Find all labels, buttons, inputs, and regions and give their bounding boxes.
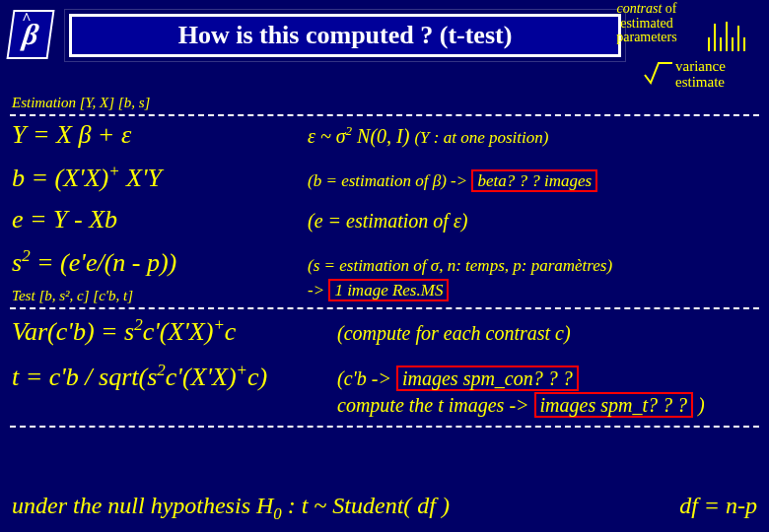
t-rhs-b: compute the t images -> xyxy=(337,394,534,416)
s-lhs: s2 = (e'e/(n - p)) xyxy=(12,246,308,278)
t-lhs-b: c'(X'X) xyxy=(166,363,237,391)
variance-annotation: variance estimate xyxy=(675,59,759,91)
model-rhs-note: (Y : at one position) xyxy=(414,128,548,147)
null-a: under the null hypothesis H xyxy=(12,493,273,518)
var-lhs-a: Var(c'b) = s xyxy=(12,317,134,346)
beta-hat-badge: ^ β xyxy=(6,10,54,59)
equation-t: t = c'b / sqrt(s2c'(X'X)+c) (c'b -> imag… xyxy=(12,361,757,392)
var-rhs: (compute for each contrast c) xyxy=(337,322,571,345)
t-rhs: (c'b -> images spm_con? ? ? xyxy=(337,367,579,390)
t-rhs-tail: ) xyxy=(698,394,705,416)
model-lhs: Y = X β + ε xyxy=(12,120,308,150)
equation-model: Y = X β + ε ε ~ σ2 N(0, I) (Y : at one p… xyxy=(12,120,757,150)
b-lhs: b = (X'X)+ X'Y xyxy=(12,162,308,193)
equation-var: Var(c'b) = s2c'(X'X)+c (compute for each… xyxy=(12,315,757,347)
estimation-section-label: Estimation [Y, X] [b, s] xyxy=(12,95,150,111)
b-plus-sup: + xyxy=(108,162,119,180)
t-lhs: t = c'b / sqrt(s2c'(X'X)+c) xyxy=(12,361,337,392)
hat-symbol: ^ xyxy=(22,10,31,28)
spike-graphic xyxy=(708,16,767,51)
variance-line1: variance xyxy=(675,58,726,74)
slide-title: How is this computed ? (t-test) xyxy=(69,14,621,57)
b-lhs-a: b = (X'X) xyxy=(12,164,108,192)
sqrt-icon xyxy=(643,57,672,87)
e-rhs: (e = estimation of ε) xyxy=(308,210,467,233)
dashed-divider-2 xyxy=(10,307,759,309)
t-rhs-line2: compute the t images -> images spm_t? ? … xyxy=(337,394,705,417)
var-lhs-b: c'(X'X) xyxy=(143,317,214,346)
model-rhs-a: ε ~ σ xyxy=(308,125,346,147)
equation-s: s2 = (e'e/(n - p)) (s = estimation of σ,… xyxy=(12,246,757,278)
resms-box: 1 image Res.MS xyxy=(328,279,449,301)
equation-b: b = (X'X)+ X'Y (b = estimation of β) -> … xyxy=(12,162,757,193)
dashed-divider-3 xyxy=(10,426,759,428)
variance-line2: estimate xyxy=(675,74,725,90)
test-section-label: Test [b, s², c] [c'b, t] xyxy=(12,288,133,304)
beta-images-box: beta? ? ? images xyxy=(471,169,597,192)
model-rhs-b: N(0, I) xyxy=(352,125,414,147)
df-formula: df = n-p xyxy=(679,493,757,519)
var-lhs-c: c xyxy=(225,317,237,346)
s-rhs-a: (s = estimation of σ, n: temps, p: param… xyxy=(308,256,612,275)
t-rhs-a: (c'b -> xyxy=(337,367,396,389)
var-lhs: Var(c'b) = s2c'(X'X)+c xyxy=(12,315,337,347)
s-lhs-a: s xyxy=(12,248,22,277)
s-lhs-b: = (e'e/(n - p)) xyxy=(31,248,177,277)
null-b: : t ~ Student( df ) xyxy=(282,493,450,518)
contrast-word: contrast xyxy=(616,1,662,16)
b-lhs-tail: X'Y xyxy=(120,164,162,192)
s-rhs-line2: -> 1 image Res.MS xyxy=(308,278,449,300)
t-lhs-a: t = c'b / sqrt(s xyxy=(12,363,157,391)
equation-e: e = Y - Xb (e = estimation of ε) xyxy=(12,205,757,234)
model-rhs: ε ~ σ2 N(0, I) (Y : at one position) xyxy=(308,123,548,148)
equation-t-line2: compute the t images -> images spm_t? ? … xyxy=(12,394,757,417)
e-lhs: e = Y - Xb xyxy=(12,205,308,234)
contrast-line2: estimated xyxy=(620,16,673,31)
spm-con-box: images spm_con? ? ? xyxy=(396,366,579,391)
dashed-divider-1 xyxy=(10,114,759,116)
contrast-of: of xyxy=(662,1,676,16)
t-lhs-c: c) xyxy=(247,363,267,391)
b-rhs: (b = estimation of β) -> beta? ? ? image… xyxy=(308,168,597,191)
contrast-annotation: contrast of estimated parameters xyxy=(588,2,706,45)
spm-t-box: images spm_t? ? ? xyxy=(534,392,693,418)
contrast-line3: parameters xyxy=(616,30,676,44)
s-arrow: -> xyxy=(308,281,328,299)
s-rhs: (s = estimation of σ, n: temps, p: param… xyxy=(308,253,612,276)
null-hypothesis-line: under the null hypothesis H0 : t ~ Stude… xyxy=(12,493,757,524)
slide-title-text: How is this computed ? (t-test) xyxy=(178,21,513,50)
b-rhs-a: (b = estimation of β) -> xyxy=(308,171,471,190)
